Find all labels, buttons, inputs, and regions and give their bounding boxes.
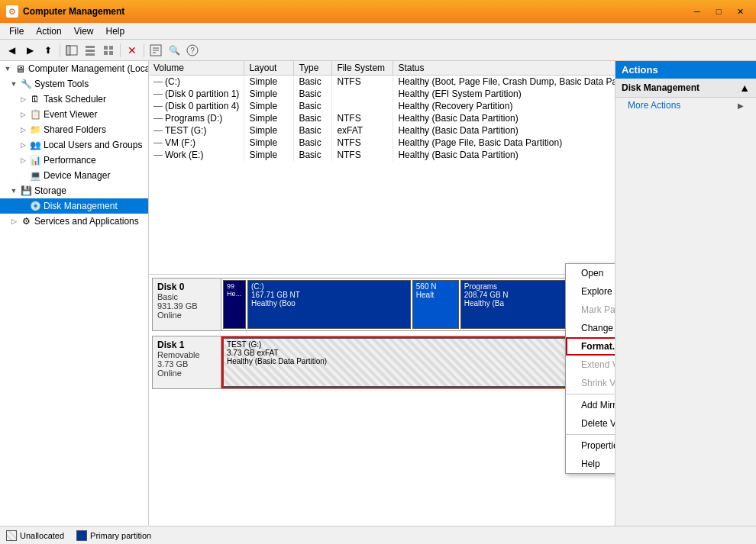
actions-more[interactable]: More Actions ▶ (615, 98, 756, 113)
toolbar-btn3[interactable] (100, 42, 117, 59)
search-button[interactable]: 🔍 (166, 42, 183, 59)
tree-task-scheduler[interactable]: ▷ 🗓 Task Scheduler (0, 92, 148, 107)
cell-fs: NTFS (332, 149, 393, 161)
event-viewer-icon: 📋 (29, 109, 41, 120)
cell-status: Healthy (Basic Data Partition) (393, 112, 615, 124)
table-row[interactable]: —TEST (G:) Simple Basic exFAT Healthy (B… (149, 124, 615, 137)
cell-type: Basic (294, 112, 332, 124)
menu-help[interactable]: Help (100, 24, 131, 38)
toolbar-separator-2 (120, 43, 121, 57)
tree-device-manager[interactable]: 💻 Device Manager (0, 168, 148, 183)
toolbar-btn2[interactable] (82, 42, 99, 59)
show-hide-button[interactable] (63, 42, 80, 59)
tree-storage[interactable]: ▼ 💾 Storage (0, 183, 148, 198)
svg-rect-1 (66, 46, 70, 55)
col-type: Type (294, 61, 332, 76)
maximize-button[interactable]: □ (709, 4, 729, 19)
ctx-separator-2 (566, 434, 615, 435)
ctx-mark-active: Mark Partition as Active (566, 301, 615, 319)
cell-volume: —Programs (D:) (149, 112, 244, 124)
menu-bar: File Action View Help (0, 23, 756, 40)
close-button[interactable]: ✕ (730, 4, 750, 19)
unallocated-label: Unallocated (20, 531, 64, 540)
disk-0-size: 931.39 GB (157, 301, 216, 311)
delete-button[interactable]: ✕ (124, 42, 141, 59)
local-users-icon: 👥 (29, 140, 41, 150)
tree-shared-folders[interactable]: ▷ 📁 Shared Folders (0, 122, 148, 137)
cell-fs (332, 100, 393, 112)
back-button[interactable]: ◀ (3, 42, 20, 59)
tree-performance[interactable]: ▷ 📊 Performance (0, 153, 148, 168)
svg-rect-8 (109, 51, 113, 55)
context-menu: Open Explore Mark Partition as Active Ch… (565, 263, 615, 474)
disk-mgmt-icon: 💿 (29, 201, 41, 211)
cell-layout: Simple (244, 149, 294, 161)
tree-local-users[interactable]: ▷ 👥 Local Users and Groups (0, 137, 148, 153)
computer-icon: 🖥 (14, 63, 26, 75)
cell-fs: exFAT (332, 124, 393, 137)
table-row[interactable]: —VM (F:) Simple Basic NTFS Healthy (Page… (149, 137, 615, 149)
ctx-shrink-volume: Shrink Volume... (566, 374, 615, 392)
disk-0-status: Online (157, 311, 216, 320)
ctx-properties[interactable]: Properties (566, 436, 615, 455)
svg-rect-7 (104, 51, 108, 55)
disk-1-label: Disk 1 Removable 3.73 GB Online (153, 336, 221, 388)
tree-event-viewer[interactable]: ▷ 📋 Event Viewer (0, 107, 148, 122)
tree-disk-management[interactable]: 💿 Disk Management (0, 198, 148, 214)
cell-status: Healthy (Page File, Basic Data Partition… (393, 137, 615, 149)
cell-status: Healthy (Basic Data Partition) (393, 124, 615, 137)
ctx-delete-volume[interactable]: Delete Volume... (566, 414, 615, 433)
help-toolbar-btn[interactable]: ? (184, 42, 201, 59)
cell-type: Basic (294, 100, 332, 112)
ctx-open[interactable]: Open (566, 264, 615, 282)
ctx-change-drive-letter[interactable]: Change Drive Letter and Paths... (566, 319, 615, 337)
menu-file[interactable]: File (3, 24, 30, 38)
storage-expand: ▼ (8, 187, 20, 195)
local-users-expand: ▷ (17, 141, 29, 149)
minimize-button[interactable]: ─ (687, 4, 707, 19)
cell-fs: NTFS (332, 137, 393, 149)
unallocated-swatch (6, 530, 17, 541)
disk-mgmt-label: Disk Management (44, 201, 118, 211)
table-row[interactable]: —(Disk 0 partition 4) Simple Basic Healt… (149, 100, 615, 112)
table-row[interactable]: —(C:) Simple Basic NTFS Healthy (Boot, P… (149, 76, 615, 89)
disk-0-part-efi[interactable]: 99He... (223, 280, 246, 329)
tree-root[interactable]: ▼ 🖥 Computer Management (Local (0, 61, 148, 76)
ctx-explore[interactable]: Explore (566, 282, 615, 301)
properties-button[interactable] (147, 42, 164, 59)
tree-system-tools[interactable]: ▼ 🔧 System Tools (0, 76, 148, 92)
disk-area: Disk 0 Basic 931.39 GB Online 99He... (C… (149, 275, 615, 526)
ctx-format[interactable]: Format... (566, 337, 615, 356)
cell-volume: —(C:) (149, 76, 244, 89)
disk-1-size: 3.73 GB (157, 359, 216, 369)
performance-icon: 📊 (29, 155, 41, 166)
window-title: Computer Management (23, 6, 687, 17)
status-bar: Unallocated Primary partition (0, 526, 756, 544)
menu-action[interactable]: Action (30, 24, 67, 38)
table-row[interactable]: —Work (E:) Simple Basic NTFS Healthy (Ba… (149, 149, 615, 161)
event-viewer-label: Event Viewer (44, 109, 97, 120)
tree-services[interactable]: ▷ ⚙ Services and Applications (0, 214, 148, 229)
system-tools-icon: 🔧 (20, 79, 32, 89)
system-tools-label: System Tools (34, 79, 89, 89)
app-icon: ⚙ (6, 5, 18, 18)
ctx-add-mirror[interactable]: Add Mirror... (566, 396, 615, 414)
forward-button[interactable]: ▶ (21, 42, 38, 59)
actions-section-disk-mgmt[interactable]: Disk Management ▲ (615, 79, 756, 98)
disk-1-part-test[interactable]: TEST (G:)3.73 GB exFATHealthy (Basic Dat… (223, 338, 609, 387)
up-button[interactable]: ⬆ (40, 42, 57, 59)
menu-view[interactable]: View (68, 24, 100, 38)
cell-layout: Simple (244, 76, 294, 89)
services-expand: ▷ (8, 217, 20, 225)
disk-0-part-recovery-label: 560 NHealt (416, 282, 455, 299)
cell-status: Healthy (Basic Data Partition) (393, 149, 615, 161)
disk-0-part-recovery[interactable]: 560 NHealt (412, 280, 459, 329)
disk-0-part-efi-label: 99He... (227, 282, 242, 298)
col-volume: Volume (149, 61, 244, 76)
ctx-help[interactable]: Help (566, 455, 615, 473)
disk-0-part-c[interactable]: (C:)167.71 GB NTHealthy (Boo (247, 280, 411, 329)
table-row[interactable]: —(Disk 0 partition 1) Simple Basic Healt… (149, 88, 615, 100)
cell-status: Healthy (Boot, Page File, Crash Dump, Ba… (393, 76, 615, 89)
disk-0-part-programs-label: Programs208.74 GB NHealthy (Ba (464, 282, 581, 307)
table-row[interactable]: —Programs (D:) Simple Basic NTFS Healthy… (149, 112, 615, 124)
